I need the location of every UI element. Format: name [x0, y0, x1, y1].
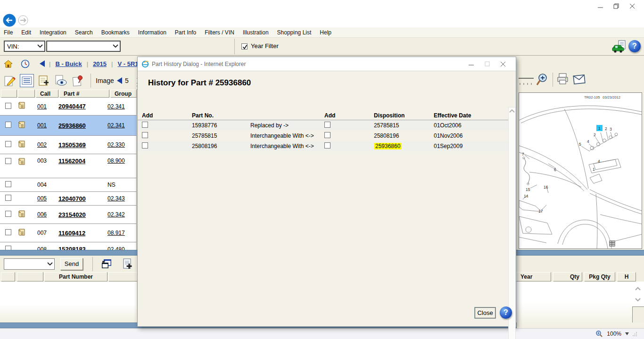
cart-header-year[interactable]: Year: [516, 272, 551, 281]
part-number-link[interactable]: 11609412: [56, 230, 107, 237]
window-restore-button[interactable]: [608, 1, 624, 11]
call-link[interactable]: 001: [31, 122, 56, 129]
nav-back-button[interactable]: [35, 57, 49, 70]
call-link[interactable]: 005: [31, 195, 56, 202]
header-group[interactable]: Group: [110, 90, 137, 98]
dialog-maximize-button[interactable]: [479, 59, 495, 69]
header-part[interactable]: Part #: [59, 90, 109, 98]
callout-label-highlighted[interactable]: 1: [598, 126, 601, 131]
vehicle-info-button[interactable]: [612, 40, 627, 55]
close-button[interactable]: Close: [475, 307, 495, 318]
note-scroll-icon[interactable]: [18, 121, 26, 129]
group-link[interactable]: 02.341: [107, 103, 136, 110]
window-minimize-button[interactable]: [592, 1, 608, 11]
group-link[interactable]: 02.343: [107, 195, 136, 202]
zoom-level[interactable]: 100%: [607, 331, 621, 337]
note-scroll-icon[interactable]: [18, 157, 26, 165]
scroll-up-icon[interactable]: [635, 287, 641, 291]
callout-label[interactable]: 2: [594, 132, 596, 137]
breadcrumb-year[interactable]: 2015: [93, 60, 107, 67]
resize-grip-icon[interactable]: [633, 331, 637, 336]
cart-header-pkg-qty[interactable]: Pkg Qty: [584, 272, 615, 281]
forward-button[interactable]: [18, 15, 28, 27]
callout-label[interactable]: 4: [587, 139, 589, 144]
row-checkbox[interactable]: [5, 103, 11, 109]
print-button[interactable]: [556, 73, 570, 88]
menu-search[interactable]: Search: [75, 29, 93, 36]
zoom-in-button[interactable]: [536, 73, 549, 89]
callout-label[interactable]: 5: [579, 142, 581, 147]
table-row[interactable]: 005 12040700 02.343: [0, 192, 136, 206]
menu-edit[interactable]: Edit: [21, 29, 31, 36]
menu-help[interactable]: Help: [320, 29, 331, 36]
help-button[interactable]: ?: [628, 40, 641, 52]
year-filter-checkbox[interactable]: [241, 43, 248, 50]
part-number-link[interactable]: 23154020: [56, 211, 107, 218]
back-button[interactable]: [3, 14, 16, 29]
callout-label[interactable]: 14: [524, 194, 528, 198]
email-button[interactable]: [572, 73, 586, 88]
pin-note-button[interactable]: [71, 74, 85, 87]
dialog-scrollbar[interactable]: [508, 107, 516, 339]
callout-label[interactable]: 7: [522, 152, 524, 157]
illustration-panel[interactable]: TR02-10503/23/2012: [519, 92, 642, 249]
cart-header-qty[interactable]: Qty: [553, 272, 582, 281]
menu-part-info[interactable]: Part Info: [175, 29, 196, 36]
history-add-checkbox[interactable]: [142, 142, 148, 149]
zoom-magnifier-icon[interactable]: [595, 330, 603, 338]
row-checkbox[interactable]: [5, 211, 11, 217]
cart-header-part-number[interactable]: Part Number: [44, 272, 107, 281]
history-button[interactable]: [18, 57, 32, 70]
header-checkbox-column[interactable]: [1, 90, 17, 98]
cart-action-select[interactable]: [4, 258, 55, 270]
group-link[interactable]: 02.342: [107, 211, 136, 218]
row-checkbox[interactable]: [5, 229, 11, 235]
part-number-link[interactable]: 25936860: [56, 122, 107, 129]
edit-notes-button[interactable]: [3, 74, 17, 87]
row-checkbox[interactable]: [5, 122, 11, 128]
callout-label[interactable]: 2: [605, 126, 607, 131]
header-icon-column[interactable]: [18, 90, 35, 98]
call-link[interactable]: 002: [31, 141, 56, 148]
list-view-button[interactable]: [20, 74, 34, 87]
table-row[interactable]: 001 20940447 02.341: [0, 98, 136, 116]
group-link[interactable]: 02.330: [107, 141, 136, 148]
note-scroll-icon[interactable]: [18, 101, 26, 109]
add-to-list-button[interactable]: [120, 257, 134, 271]
table-row[interactable]: 002 13505369 02.330: [0, 136, 136, 154]
send-button[interactable]: Send: [60, 258, 83, 270]
part-number-link[interactable]: 13505369: [56, 141, 107, 149]
dialog-close-button[interactable]: [495, 59, 511, 69]
group-link[interactable]: 08.900: [107, 157, 136, 164]
menu-shopping-list[interactable]: Shopping List: [277, 29, 312, 36]
part-number-link[interactable]: 11562004: [56, 157, 107, 165]
part-number-link[interactable]: 12040700: [56, 195, 107, 202]
cart-header-blank[interactable]: [108, 272, 138, 281]
previous-image-button[interactable]: [117, 77, 122, 84]
history-add-checkbox[interactable]: [324, 122, 330, 128]
note-scroll-icon[interactable]: [18, 140, 26, 148]
table-row[interactable]: 003 11562004 08.900: [0, 154, 136, 178]
cart-header-blank[interactable]: [1, 272, 15, 281]
scroll-up-icon[interactable]: [509, 109, 515, 113]
history-add-checkbox[interactable]: [142, 132, 148, 138]
row-checkbox[interactable]: [5, 141, 11, 147]
dialog-titlebar[interactable]: Part History Dialog - Internet Explorer: [138, 57, 516, 71]
zoom-slider[interactable]: [518, 74, 536, 87]
group-link[interactable]: 02.341: [107, 122, 136, 129]
row-checkbox[interactable]: [5, 195, 11, 201]
history-add-checkbox[interactable]: [324, 142, 330, 149]
window-close-button[interactable]: [624, 1, 640, 11]
breadcrumb-make[interactable]: B - Buick: [55, 60, 82, 67]
table-row[interactable]: 004 NS: [0, 178, 136, 192]
row-checkbox[interactable]: [5, 158, 11, 164]
vin-value-select[interactable]: [46, 41, 121, 52]
table-row-selected[interactable]: 001 25936860 02.341: [0, 116, 136, 136]
callout-label[interactable]: 16: [544, 185, 548, 190]
note-scroll-icon[interactable]: [18, 210, 26, 218]
cart-header-blank[interactable]: [17, 272, 43, 281]
grid-icon[interactable]: [610, 241, 615, 246]
scroll-down-icon[interactable]: [635, 298, 641, 302]
export-window-button[interactable]: [99, 257, 114, 271]
cart-scrollbar[interactable]: [635, 287, 641, 302]
